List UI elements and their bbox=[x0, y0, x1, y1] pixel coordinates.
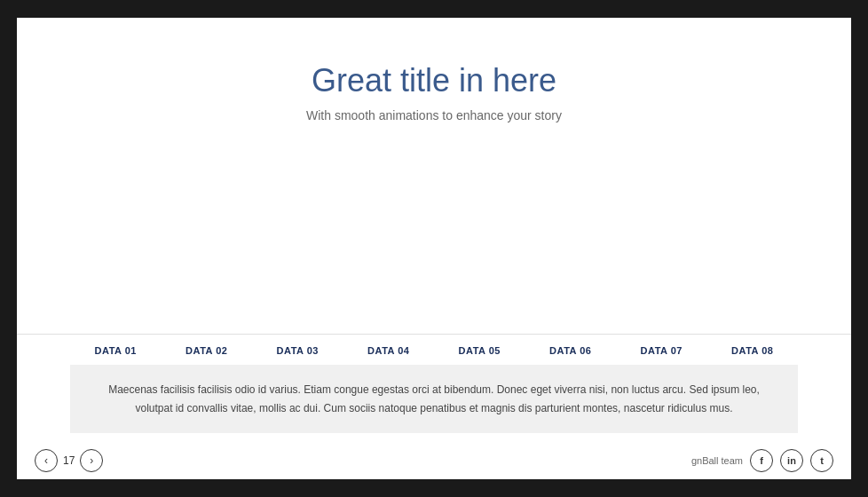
data-tab-1[interactable]: DATA 01 bbox=[86, 345, 146, 356]
page-number: 17 bbox=[63, 454, 75, 467]
main-title: Great title in here bbox=[312, 62, 556, 99]
data-tab-7[interactable]: DATA 07 bbox=[632, 345, 691, 356]
nav-controls: ‹ 17 › bbox=[35, 449, 103, 472]
main-content: Great title in here With smooth animatio… bbox=[17, 18, 851, 334]
facebook-button[interactable]: f bbox=[750, 449, 773, 472]
main-subtitle: With smooth animations to enhance your s… bbox=[306, 108, 562, 122]
data-tab-8[interactable]: DATA 08 bbox=[722, 345, 782, 356]
footer: ‹ 17 › gnBall team f in t bbox=[17, 442, 851, 479]
brand-text: gnBall team bbox=[691, 455, 743, 466]
twitter-button[interactable]: t bbox=[810, 449, 833, 472]
prev-button[interactable]: ‹ bbox=[35, 449, 58, 472]
footer-right: gnBall team f in t bbox=[691, 449, 833, 472]
data-tab-5[interactable]: DATA 05 bbox=[450, 345, 509, 356]
data-tab-6[interactable]: DATA 06 bbox=[541, 345, 600, 356]
description-box: Maecenas facilisis facilisis odio id var… bbox=[70, 365, 798, 433]
data-tab-2[interactable]: DATA 02 bbox=[177, 345, 236, 356]
data-tab-4[interactable]: DATA 04 bbox=[359, 345, 418, 356]
data-tabs-row: DATA 01DATA 02DATA 03DATA 04DATA 05DATA … bbox=[17, 334, 851, 356]
slide: Great title in here With smooth animatio… bbox=[17, 18, 851, 479]
data-tab-3[interactable]: DATA 03 bbox=[268, 345, 327, 356]
description-text: Maecenas facilisis facilisis odio id var… bbox=[106, 381, 762, 417]
linkedin-button[interactable]: in bbox=[780, 449, 803, 472]
next-button[interactable]: › bbox=[80, 449, 103, 472]
